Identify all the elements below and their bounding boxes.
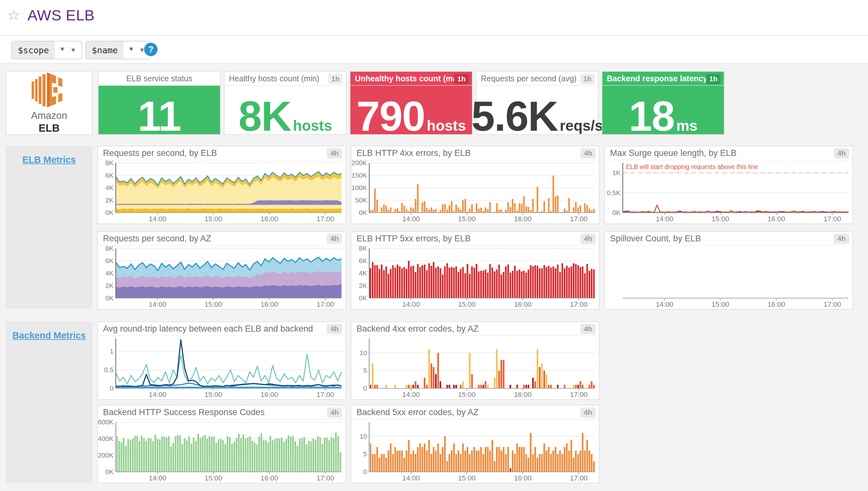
scope-variable: $scope * ▼ [11,41,82,59]
svg-text:17:00: 17:00 [823,215,841,223]
svg-text:4K: 4K [105,269,114,277]
name-variable: $name * ▼ [85,41,151,59]
time-range-badge: 1h [328,74,343,84]
chart-plot: 14:0015:0016:0017:00 [605,246,852,309]
svg-text:14:00: 14:00 [402,474,419,482]
tile-unhealthy-hosts-count[interactable]: Unhealthy hosts count (max) 1h 790 hosts [350,71,472,135]
tile-value: 790 [356,99,425,134]
svg-text:2K: 2K [105,282,114,289]
chart-requests-per-second-by-az[interactable]: Requests per second, by AZ 4h 0K2K4K6K8K… [97,231,346,310]
tile-requests-per-second[interactable]: Requests per second (avg) 1h 5.6K reqs/s [476,71,599,135]
chart-title: Avg round-trip latency between each ELB … [103,324,313,334]
chart-title: Requests per second, by ELB [103,148,217,158]
svg-text:0K: 0K [105,294,114,301]
chart-plot: 0K2K4K6K8K14:0015:0016:0017:00 [98,161,345,224]
svg-text:15:00: 15:00 [712,215,729,223]
tile-title: Backend response latency (avg) [607,74,719,83]
svg-text:8K: 8K [105,161,114,167]
chart-plot: 0K200K400K600K14:0015:0016:0017:00 [98,420,345,483]
scope-variable-value: * [60,45,65,55]
svg-text:17:00: 17:00 [823,300,841,308]
chart-backend-http-success-codes[interactable]: Backend HTTP Success Response Codes 4h 0… [97,405,346,483]
svg-text:0K: 0K [359,294,367,301]
tile-elb-service-status[interactable]: ELB service status 11 [98,71,221,135]
svg-text:16:00: 16:00 [768,300,785,308]
svg-text:17:00: 17:00 [570,391,587,399]
chart-title: ELB HTTP 4xx errors, by ELB [356,148,471,158]
sidebar-link-elb-metrics[interactable]: ELB Metrics [22,155,76,165]
svg-text:16:00: 16:00 [261,474,278,482]
chart-title: Spillover Count, by ELB [610,234,701,243]
svg-text:0: 0 [363,384,367,392]
svg-text:5: 5 [363,450,367,458]
svg-text:15:00: 15:00 [458,215,475,223]
svg-text:17:00: 17:00 [316,300,334,308]
svg-text:15:00: 15:00 [458,474,475,482]
svg-text:17:00: 17:00 [316,215,334,223]
svg-text:6K: 6K [105,257,114,264]
tile-unit: reqs/s [560,118,603,133]
svg-text:400K: 400K [98,435,114,442]
svg-text:50K: 50K [355,196,367,204]
svg-text:17:00: 17:00 [316,474,334,482]
chart-avg-round-trip-latency[interactable]: Avg round-trip latency between each ELB … [97,321,346,400]
svg-text:600K: 600K [98,420,114,426]
svg-text:6K: 6K [359,257,367,264]
chart-max-surge-queue-length[interactable]: Max Surge queue length, by ELB 4h ELB wi… [604,146,853,224]
svg-text:14:00: 14:00 [149,474,166,482]
time-range-badge: 1h [454,74,469,84]
chart-plot: 0K2K4K6K8K14:0015:0016:0017:00 [351,246,599,309]
chart-backend-4xx-error-codes[interactable]: Backend 4xx error codes, by AZ 4h 051014… [351,321,600,400]
help-icon[interactable]: ? [144,43,157,56]
svg-text:17:00: 17:00 [570,300,587,308]
chart-elb-http-4xx-errors[interactable]: ELB HTTP 4xx errors, by ELB 4h 0K50K100K… [351,146,600,224]
svg-text:0K: 0K [359,209,367,216]
tile-unit: ms [676,118,697,133]
chart-backend-5xx-error-codes[interactable]: Backend 5xx error codes, by AZ 4h 051014… [351,405,600,483]
svg-text:0K: 0K [105,209,114,216]
svg-text:5: 5 [363,367,367,374]
chart-spillover-count[interactable]: Spillover Count, by ELB 4h 14:0015:0016:… [604,231,853,310]
svg-text:15:00: 15:00 [458,391,475,399]
scope-variable-label: $scope [12,41,55,59]
chart-elb-http-5xx-errors[interactable]: ELB HTTP 5xx errors, by ELB 4h 0K2K4K6K8… [351,231,600,310]
time-range-badge: 4h [834,234,849,244]
scope-variable-dropdown[interactable]: * ▼ [55,41,82,59]
svg-text:14:00: 14:00 [149,391,166,399]
svg-text:200K: 200K [351,161,367,167]
tile-value: 18 [629,99,674,134]
time-range-badge: 1h [580,74,595,84]
sidebar-link-backend-metrics[interactable]: Backend Metrics [12,330,86,341]
chart-plot: 051014:0015:0016:0017:00 [351,420,599,483]
star-icon[interactable]: ☆ [7,8,20,22]
svg-text:14:00: 14:00 [402,391,419,399]
svg-text:15:00: 15:00 [458,300,475,308]
svg-text:0.5: 0.5 [104,366,114,373]
svg-text:0.5K: 0.5K [607,189,620,196]
svg-text:2K: 2K [359,282,367,289]
svg-text:17:00: 17:00 [570,215,587,223]
svg-text:0: 0 [110,384,114,392]
name-variable-value: * [128,45,134,55]
svg-text:8K: 8K [359,246,367,252]
tile-unit: hosts [427,118,466,133]
svg-text:15:00: 15:00 [204,391,222,399]
svg-text:16:00: 16:00 [261,391,278,399]
svg-text:1K: 1K [612,169,620,176]
chart-title: Backend HTTP Success Response Codes [103,407,265,417]
tile-backend-response-latency[interactable]: Backend response latency (avg) 1h 18 ms [602,71,724,135]
svg-text:0K: 0K [105,468,114,475]
tile-healthy-hosts-count[interactable]: Healthy hosts count (min) 1h 8K hosts [224,71,347,135]
svg-text:15:00: 15:00 [712,300,729,308]
svg-text:15:00: 15:00 [204,300,222,308]
time-range-badge: 1h [706,74,721,84]
chart-plot: 0K2K4K6K8K14:0015:0016:0017:00 [98,246,345,309]
logo-brand-line2: ELB [38,122,60,134]
chart-requests-per-second-by-elb[interactable]: Requests per second, by ELB 4h 0K2K4K6K8… [97,146,346,224]
tile-value: 5.6K [471,99,558,134]
svg-text:4K: 4K [359,269,367,277]
svg-text:15:00: 15:00 [204,215,222,223]
amazon-elb-logo-icon [25,72,73,108]
svg-text:16:00: 16:00 [768,215,785,223]
svg-text:8K: 8K [105,246,114,252]
